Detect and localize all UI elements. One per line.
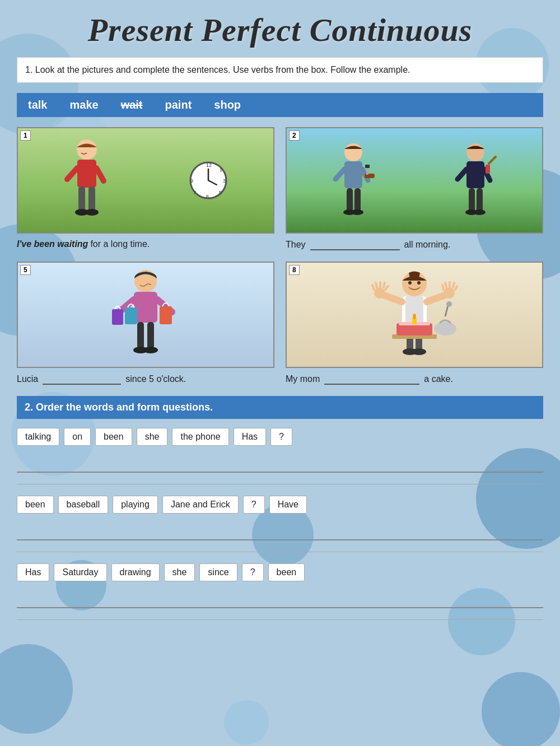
verb-make: make: [69, 99, 98, 111]
word-chip-baseball[interactable]: baseball: [58, 496, 109, 514]
answer-area-1[interactable]: [17, 450, 543, 473]
svg-rect-5: [88, 186, 95, 212]
answer-area-2[interactable]: [17, 518, 543, 540]
word-chip-the-phone[interactable]: the phone: [172, 428, 228, 446]
svg-rect-19: [344, 161, 362, 188]
sentence-5: Lucia since 5 o'clock.: [17, 374, 274, 385]
svg-rect-45: [160, 306, 172, 324]
pic-number-1: 1: [20, 130, 31, 141]
svg-text:9: 9: [190, 178, 193, 184]
svg-line-65: [453, 283, 454, 287]
word-chip-jane-erick[interactable]: Jane and Erick: [162, 496, 239, 514]
word-chip-since[interactable]: since: [199, 563, 237, 581]
pic-number-2: 2: [289, 130, 300, 141]
word-chip-been-1[interactable]: been: [95, 428, 132, 446]
svg-rect-4: [78, 186, 85, 212]
sentence-2-prefix: They: [286, 240, 306, 250]
svg-text:12: 12: [206, 162, 212, 168]
verb-paint: paint: [165, 99, 192, 111]
svg-line-66: [455, 286, 457, 290]
painter-2-svg: [452, 140, 500, 227]
pic-number-8: 8: [289, 265, 300, 275]
svg-text:1: 1: [220, 167, 222, 172]
section2-header: 2. Order the words and form questions.: [17, 396, 543, 419]
svg-rect-22: [365, 174, 375, 178]
cake-svg: [358, 267, 470, 362]
word-chip-been-2[interactable]: been: [17, 496, 54, 514]
exercise1-item-5: 5: [17, 262, 274, 385]
svg-rect-35: [469, 188, 475, 212]
painter-1-svg: [330, 140, 377, 227]
word-chip-drawing[interactable]: drawing: [111, 563, 160, 581]
svg-line-60: [385, 286, 388, 290]
exercise1-grid: 1: [17, 127, 543, 385]
svg-rect-36: [477, 188, 483, 212]
pic-number-5: 5: [20, 265, 31, 275]
sentence-1: I've been waiting for a long time.: [17, 239, 274, 249]
picture-2: 2: [286, 127, 543, 234]
svg-line-31: [458, 169, 466, 179]
svg-rect-40: [134, 292, 157, 323]
svg-line-20: [335, 169, 344, 179]
svg-line-59: [384, 283, 385, 287]
svg-rect-44: [125, 307, 137, 324]
word-chip-playing[interactable]: playing: [113, 496, 158, 514]
word-chip-talking[interactable]: talking: [17, 428, 59, 446]
svg-point-38: [473, 209, 486, 215]
sentence-5-suffix: since 5 o'clock.: [125, 374, 186, 384]
clock-svg: 12 1 3 5 6 7 9: [188, 158, 230, 203]
word-chip-saturday[interactable]: Saturday: [54, 563, 106, 581]
exercise1-item-1: 1: [17, 127, 274, 250]
sentence-1-suffix: for a long time.: [90, 239, 150, 249]
divider-3: [17, 619, 543, 620]
sentence-1-bold: I've been waiting: [17, 239, 88, 249]
word-chip-question-3[interactable]: ?: [242, 563, 264, 581]
svg-rect-24: [365, 165, 370, 168]
shopping-svg: [109, 267, 182, 362]
svg-text:5: 5: [219, 190, 222, 195]
exercise1-item-8: 8: [286, 262, 543, 385]
word-row-1: talking on been she the phone Has ?: [17, 428, 543, 446]
picture-1: 1: [17, 127, 274, 234]
word-chip-on[interactable]: on: [64, 428, 91, 446]
word-chip-question-2[interactable]: ?: [243, 496, 265, 514]
svg-line-62: [442, 285, 444, 290]
divider-2: [17, 552, 543, 552]
exercise1-item-2: 2: [286, 127, 543, 250]
svg-point-76: [408, 281, 412, 285]
word-chip-has-3[interactable]: Has: [17, 563, 49, 581]
svg-text:7: 7: [193, 190, 196, 195]
svg-point-7: [85, 209, 99, 216]
svg-line-57: [376, 283, 377, 287]
sentence-5-answer[interactable]: [43, 374, 121, 385]
verb-shop: shop: [214, 99, 241, 111]
word-chip-been-3[interactable]: been: [268, 563, 305, 581]
svg-rect-25: [347, 188, 353, 212]
word-chip-have[interactable]: Have: [269, 496, 307, 514]
sentence-8-answer[interactable]: [324, 374, 419, 385]
svg-point-80: [446, 301, 452, 307]
word-chip-she-1[interactable]: she: [137, 428, 168, 446]
sentence-5-prefix: Lucia: [17, 374, 38, 384]
svg-rect-46: [137, 322, 144, 349]
page-title: Present Perfect Continuous: [17, 6, 543, 57]
word-chip-question-1[interactable]: ?: [270, 428, 292, 446]
word-chip-she-3[interactable]: she: [164, 563, 195, 581]
answer-area-3[interactable]: [17, 586, 543, 608]
word-chip-has-1[interactable]: Has: [234, 428, 266, 446]
svg-text:6: 6: [206, 194, 209, 199]
svg-rect-23: [366, 167, 368, 175]
svg-line-2: [67, 168, 77, 179]
picture-8: 8: [286, 262, 543, 368]
svg-rect-47: [147, 322, 154, 349]
verb-box: talk make wait paint shop: [17, 93, 543, 117]
instruction-1: 1. Look at the pictures and complete the…: [17, 57, 543, 83]
svg-point-28: [351, 209, 363, 215]
svg-line-79: [445, 305, 448, 316]
word-row-3: Has Saturday drawing she since ? been: [17, 563, 543, 581]
sentence-8: My mom a cake.: [286, 374, 543, 385]
sentence-2-answer[interactable]: [310, 239, 400, 250]
sentence-8-suffix: a cake.: [424, 374, 453, 384]
divider-1: [17, 484, 543, 484]
svg-rect-43: [112, 309, 123, 325]
